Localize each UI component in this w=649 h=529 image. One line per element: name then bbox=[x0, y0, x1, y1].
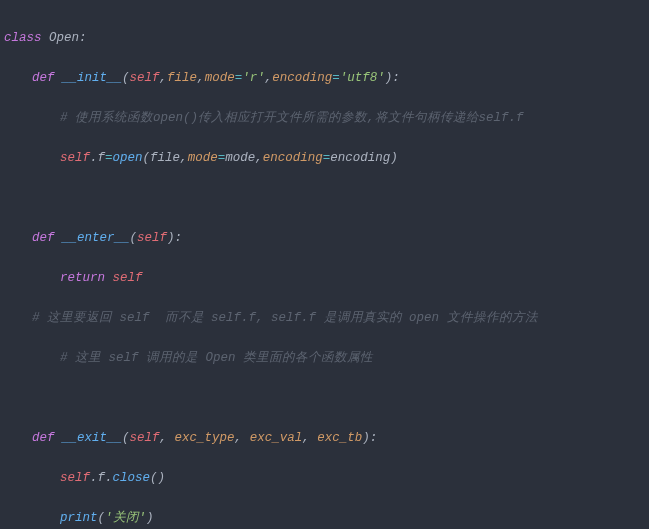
code-line: def __enter__(self): bbox=[4, 228, 649, 248]
keyword-class: class bbox=[4, 31, 42, 45]
code-line: self.f.close() bbox=[4, 468, 649, 488]
code-line: class Open: bbox=[4, 28, 649, 48]
code-line: print('关闭') bbox=[4, 508, 649, 528]
class-name: Open bbox=[49, 31, 79, 45]
code-line: def __init__(self,file,mode='r',encoding… bbox=[4, 68, 649, 88]
code-line: self.f=open(file,mode=mode,encoding=enco… bbox=[4, 148, 649, 168]
comment: # 这里要返回 self 而不是 self.f, self.f 是调用真实的 o… bbox=[32, 311, 538, 325]
blank-line bbox=[4, 388, 649, 408]
comment: # 这里 self 调用的是 Open 类里面的各个函数属性 bbox=[60, 351, 373, 365]
code-line: return self bbox=[4, 268, 649, 288]
code-line: # 这里要返回 self 而不是 self.f, self.f 是调用真实的 o… bbox=[4, 308, 649, 328]
blank-line bbox=[4, 188, 649, 208]
def-name: __init__ bbox=[62, 71, 122, 85]
comment: # 使用系统函数open()传入相应打开文件所需的参数,将文件句柄传递给self… bbox=[60, 111, 524, 125]
code-block: class Open: def __init__(self,file,mode=… bbox=[0, 0, 649, 529]
code-line: def __exit__(self, exc_type, exc_val, ex… bbox=[4, 428, 649, 448]
code-line: # 这里 self 调用的是 Open 类里面的各个函数属性 bbox=[4, 348, 649, 368]
code-line: # 使用系统函数open()传入相应打开文件所需的参数,将文件句柄传递给self… bbox=[4, 108, 649, 128]
